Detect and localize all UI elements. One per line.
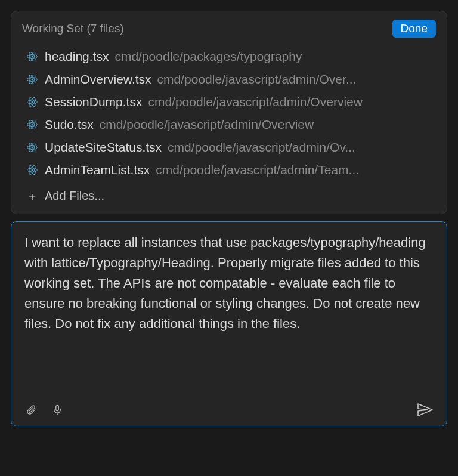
svg-point-0 xyxy=(32,56,33,58)
svg-point-4 xyxy=(32,79,33,81)
svg-marker-26 xyxy=(418,404,432,416)
done-button[interactable]: Done xyxy=(392,20,436,38)
send-icon[interactable] xyxy=(417,402,434,418)
file-row[interactable]: heading.tsx cmd/poodle/packages/typograp… xyxy=(22,46,436,67)
svg-point-12 xyxy=(32,124,33,126)
react-icon xyxy=(26,73,39,86)
svg-point-16 xyxy=(32,147,33,149)
file-path: cmd/poodle/javascript/admin/Ov... xyxy=(168,140,432,154)
file-path: cmd/poodle/javascript/admin/Overview xyxy=(148,95,432,109)
microphone-icon[interactable] xyxy=(51,403,64,416)
file-row[interactable]: AdminOverview.tsx cmd/poodle/javascript/… xyxy=(22,69,436,90)
file-row[interactable]: SessionDump.tsx cmd/poodle/javascript/ad… xyxy=(22,91,436,113)
react-icon xyxy=(26,163,39,177)
react-icon xyxy=(26,50,39,63)
file-name: AdminOverview.tsx xyxy=(45,72,151,86)
add-files-label: Add Files... xyxy=(45,189,104,203)
prompt-panel: I want to replace all instances that use… xyxy=(11,221,447,426)
svg-point-20 xyxy=(32,169,33,171)
file-name: Sudo.tsx xyxy=(45,118,94,132)
file-path: cmd/poodle/javascript/admin/Over... xyxy=(157,72,432,86)
add-files-button[interactable]: ＋ Add Files... xyxy=(22,181,436,203)
svg-rect-24 xyxy=(56,406,59,411)
react-icon xyxy=(26,141,39,154)
file-path: cmd/poodle/javascript/admin/Team... xyxy=(156,163,432,177)
working-set-panel: Working Set (7 files) Done heading.tsx c… xyxy=(11,11,447,214)
file-name: SessionDump.tsx xyxy=(45,95,142,109)
file-name: heading.tsx xyxy=(45,50,109,64)
file-list: heading.tsx cmd/poodle/packages/typograp… xyxy=(22,46,436,181)
react-icon xyxy=(26,118,39,131)
working-set-title: Working Set (7 files) xyxy=(22,22,124,35)
plus-icon: ＋ xyxy=(26,190,39,202)
react-icon xyxy=(26,95,39,109)
file-row[interactable]: AdminTeamList.tsx cmd/poodle/javascript/… xyxy=(22,159,436,181)
file-row[interactable]: UpdateSiteStatus.tsx cmd/poodle/javascri… xyxy=(22,137,436,158)
paperclip-icon[interactable] xyxy=(24,403,38,416)
file-name: AdminTeamList.tsx xyxy=(45,163,150,177)
file-row[interactable]: Sudo.tsx cmd/poodle/javascript/admin/Ove… xyxy=(22,114,436,135)
svg-point-8 xyxy=(32,101,33,103)
prompt-toolbar xyxy=(24,402,434,418)
file-path: cmd/poodle/packages/typography xyxy=(114,50,432,64)
file-path: cmd/poodle/javascript/admin/Overview xyxy=(100,118,432,132)
file-name: UpdateSiteStatus.tsx xyxy=(45,140,162,154)
prompt-input[interactable]: I want to replace all instances that use… xyxy=(24,233,434,394)
working-set-header: Working Set (7 files) Done xyxy=(22,20,436,38)
